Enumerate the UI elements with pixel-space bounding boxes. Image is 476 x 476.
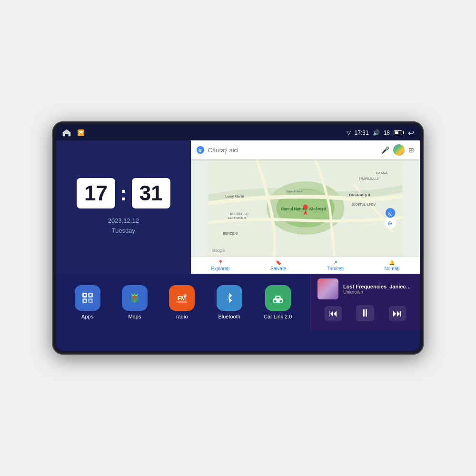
radio-icon: FM	[169, 285, 195, 311]
svg-text:Google: Google	[212, 248, 225, 253]
navigation-icon: ▽	[347, 129, 351, 136]
svg-text:TRAPEZULUI: TRAPEZULUI	[359, 177, 378, 180]
svg-rect-29	[89, 300, 91, 302]
svg-text:OZANA: OZANA	[376, 171, 387, 175]
album-art-image	[317, 278, 338, 299]
google-maps-logo-icon: G	[197, 146, 204, 154]
radio-label: radio	[176, 314, 188, 319]
svg-text:G: G	[198, 148, 202, 153]
apps-label: Apps	[81, 314, 93, 319]
map-navigation-bar: 📍 Explorați 🔖 Salvate ↗ Trimiteți 🔔	[191, 257, 420, 274]
map-area[interactable]: Parcul Natural Văcărești Leroy Merlin BU…	[191, 159, 420, 257]
map-search-input[interactable]	[208, 147, 377, 154]
time-display: 17:31	[355, 129, 369, 136]
clock-colon: :	[120, 183, 127, 204]
svg-point-16	[303, 205, 307, 209]
map-layers-icon[interactable]: ⊞	[408, 146, 414, 154]
map-roads-svg: Parcul Natural Văcărești Leroy Merlin BU…	[191, 159, 420, 257]
status-right-info: ▽ 17:31 🔊 18 ↩	[347, 129, 414, 138]
bluetooth-label: Bluetooth	[218, 314, 240, 319]
screen: ▽ 17:31 🔊 18 ↩ 17 : 31	[56, 125, 420, 351]
apps-icon	[75, 285, 100, 311]
volume-icon: 🔊	[373, 129, 380, 136]
apps-section: Apps	[56, 274, 310, 331]
svg-text:JUDEȚUL ILFOV: JUDEȚUL ILFOV	[351, 203, 376, 207]
carlink-icon	[265, 285, 291, 311]
map-nav-share[interactable]: ↗ Trimiteți	[327, 260, 344, 271]
bottom-row: Apps	[56, 274, 420, 331]
svg-rect-34	[177, 301, 187, 303]
music-controls: ⏮ ⏸ ⏭	[317, 303, 413, 323]
music-info: Lost Frequencies_Janieck Devy-... Unknow…	[317, 278, 413, 299]
clock-hours: 17	[77, 178, 115, 208]
music-player: Lost Frequencies_Janieck Devy-... Unknow…	[310, 274, 420, 331]
main-content: 17 : 31 2023.12.12 Tuesday G	[56, 140, 420, 351]
app-item-apps[interactable]: Apps	[75, 285, 100, 319]
play-pause-button[interactable]: ⏸	[356, 305, 374, 321]
carlink-label: Car Link 2.0	[264, 314, 292, 319]
clock-minutes: 31	[132, 178, 170, 208]
map-nav-explore[interactable]: 📍 Explorați	[211, 260, 229, 271]
clock-display: 17 : 31	[77, 178, 170, 208]
app-item-bluetooth[interactable]: Bluetooth	[217, 285, 242, 319]
album-art	[317, 278, 338, 299]
svg-point-40	[274, 300, 276, 303]
map-search-bar: G 🎤 ⊞	[191, 140, 420, 159]
top-row: 17 : 31 2023.12.12 Tuesday G	[56, 140, 420, 274]
back-icon[interactable]: ↩	[408, 129, 414, 138]
svg-rect-42	[277, 297, 279, 298]
maps-label: Maps	[129, 314, 141, 319]
svg-rect-26	[84, 294, 86, 296]
maps-icon	[122, 285, 148, 311]
svg-text:BUCUREȘTI: BUCUREȘTI	[230, 212, 248, 216]
map-nav-saved[interactable]: 🔖 Salvate	[270, 260, 286, 271]
clock-date: 2023.12.12 Tuesday	[108, 216, 139, 236]
bluetooth-icon	[217, 285, 242, 311]
map-background: Parcul Natural Văcărești Leroy Merlin BU…	[191, 159, 420, 257]
svg-point-36	[184, 295, 186, 297]
svg-text:⊕: ⊕	[387, 220, 392, 227]
prev-button[interactable]: ⏮	[325, 306, 342, 321]
status-left-icons	[62, 128, 86, 138]
svg-text:BERCENI: BERCENI	[223, 232, 238, 236]
music-text: Lost Frequencies_Janieck Devy-... Unknow…	[343, 284, 413, 295]
music-title: Lost Frequencies_Janieck Devy-...	[343, 284, 413, 289]
svg-point-41	[279, 300, 282, 303]
map-widget[interactable]: G 🎤 ⊞	[191, 140, 420, 274]
next-button[interactable]: ⏭	[389, 306, 406, 321]
music-artist: Unknown	[343, 289, 413, 295]
svg-text:BUCUREȘTI: BUCUREȘTI	[349, 193, 370, 197]
battery-icon	[394, 130, 404, 135]
svg-text:Leroy Merlin: Leroy Merlin	[225, 195, 244, 198]
svg-text:Splaiul Unirii: Splaiul Unirii	[286, 189, 302, 193]
app-item-carlink[interactable]: Car Link 2.0	[264, 285, 292, 319]
car-infotainment-device: ▽ 17:31 🔊 18 ↩ 17 : 31	[52, 121, 424, 355]
svg-point-31	[133, 296, 136, 298]
svg-rect-28	[84, 300, 86, 302]
svg-text:SECTORUL 4: SECTORUL 4	[228, 216, 246, 219]
home-icon[interactable]	[62, 128, 71, 138]
signal-strength: 18	[384, 129, 390, 136]
app-item-maps[interactable]: Maps	[122, 285, 148, 319]
status-bar: ▽ 17:31 🔊 18 ↩	[56, 125, 420, 140]
maps-shortcut-icon[interactable]	[76, 128, 86, 138]
clock-widget: 17 : 31 2023.12.12 Tuesday	[56, 140, 191, 274]
voice-search-icon[interactable]: 🎤	[381, 146, 389, 154]
app-item-radio[interactable]: FM radio	[169, 285, 195, 319]
map-nav-news[interactable]: 🔔 Noutăți	[385, 260, 400, 271]
svg-rect-27	[89, 294, 91, 296]
svg-text:◎: ◎	[388, 210, 393, 216]
google-account-icon[interactable]	[393, 144, 405, 156]
